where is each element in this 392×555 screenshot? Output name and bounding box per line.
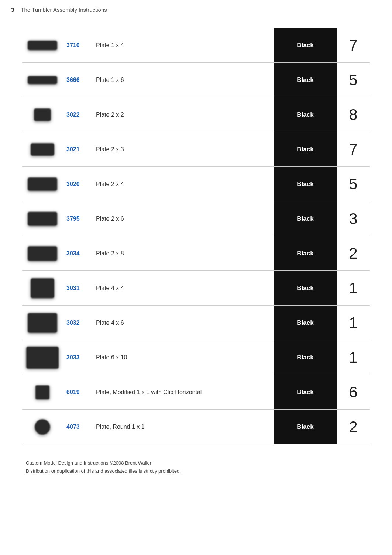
part-color: Black — [274, 167, 337, 201]
part-name: Plate 1 x 4 — [92, 28, 274, 63]
part-quantity: 7 — [337, 132, 370, 167]
part-name: Plate 1 x 6 — [92, 63, 274, 97]
part-color: Black — [274, 63, 337, 97]
part-quantity: 1 — [337, 340, 370, 375]
part-name: Plate 2 x 2 — [92, 97, 274, 132]
part-color: Black — [274, 306, 337, 340]
brick-shape — [35, 419, 50, 435]
brick-shape — [28, 212, 57, 226]
table-row: 6019 Plate, Modified 1 x 1 with Clip Hor… — [22, 375, 370, 410]
part-image-cell — [22, 97, 63, 132]
brick-image — [26, 207, 59, 231]
part-id: 3795 — [63, 201, 92, 236]
part-quantity: 8 — [337, 97, 370, 132]
part-color: Black — [274, 201, 337, 236]
page-title: The Tumbler Assembly Instructions — [21, 7, 107, 13]
part-image-cell — [22, 132, 63, 167]
table-row: 3710 Plate 1 x 4 Black 7 — [22, 28, 370, 63]
part-id: 3033 — [63, 340, 92, 375]
part-name: Plate 2 x 3 — [92, 132, 274, 167]
part-image-cell — [22, 167, 63, 201]
part-image-cell — [22, 306, 63, 340]
part-image-cell — [22, 375, 63, 410]
part-name: Plate 2 x 6 — [92, 201, 274, 236]
brick-shape — [28, 177, 57, 191]
page-number: 3 — [11, 7, 14, 13]
part-id: 3710 — [63, 28, 92, 63]
part-id: 4073 — [63, 410, 92, 444]
brick-image — [26, 172, 59, 196]
part-color: Black — [274, 132, 337, 167]
page-header: 3 The Tumbler Assembly Instructions — [0, 0, 392, 17]
part-image-cell — [22, 236, 63, 271]
table-row: 3034 Plate 2 x 8 Black 2 — [22, 236, 370, 271]
part-color: Black — [274, 375, 337, 410]
main-content: 3710 Plate 1 x 4 Black 7 3666 Plate 1 x … — [0, 17, 392, 490]
brick-image — [26, 68, 59, 92]
table-row: 3021 Plate 2 x 3 Black 7 — [22, 132, 370, 167]
part-id: 3032 — [63, 306, 92, 340]
part-id: 3022 — [63, 97, 92, 132]
part-image-cell — [22, 28, 63, 63]
part-id: 3666 — [63, 63, 92, 97]
brick-shape — [26, 347, 59, 369]
brick-image — [26, 276, 59, 300]
part-color: Black — [274, 271, 337, 306]
table-row: 3020 Plate 2 x 4 Black 5 — [22, 167, 370, 201]
brick-shape — [31, 143, 54, 156]
part-quantity: 6 — [337, 375, 370, 410]
part-name: Plate, Round 1 x 1 — [92, 410, 274, 444]
part-id: 6019 — [63, 375, 92, 410]
part-quantity: 1 — [337, 306, 370, 340]
part-image-cell — [22, 63, 63, 97]
part-id: 3021 — [63, 132, 92, 167]
footer-line2: Distribution or duplication of this and … — [26, 467, 366, 475]
part-id: 3020 — [63, 167, 92, 201]
part-name: Plate 4 x 6 — [92, 306, 274, 340]
part-name: Plate, Modified 1 x 1 with Clip Horizont… — [92, 375, 274, 410]
part-id: 3031 — [63, 271, 92, 306]
part-name: Plate 2 x 4 — [92, 167, 274, 201]
part-color: Black — [274, 97, 337, 132]
part-quantity: 1 — [337, 271, 370, 306]
table-row: 3033 Plate 6 x 10 Black 1 — [22, 340, 370, 375]
part-quantity: 2 — [337, 410, 370, 444]
part-quantity: 5 — [337, 167, 370, 201]
table-row: 3795 Plate 2 x 6 Black 3 — [22, 201, 370, 236]
part-image-cell — [22, 410, 63, 444]
brick-shape — [34, 108, 51, 121]
brick-shape — [28, 41, 57, 50]
brick-shape — [28, 246, 57, 261]
part-color: Black — [274, 28, 337, 63]
table-row: 3031 Plate 4 x 4 Black 1 — [22, 271, 370, 306]
part-image-cell — [22, 201, 63, 236]
part-color: Black — [274, 236, 337, 271]
part-name: Plate 6 x 10 — [92, 340, 274, 375]
part-image-cell — [22, 271, 63, 306]
parts-table: 3710 Plate 1 x 4 Black 7 3666 Plate 1 x … — [22, 28, 370, 444]
footer: Custom Model Design and Instructions ©20… — [22, 459, 370, 475]
table-row: 3022 Plate 2 x 2 Black 8 — [22, 97, 370, 132]
part-name: Plate 2 x 8 — [92, 236, 274, 271]
brick-image — [26, 345, 59, 369]
part-color: Black — [274, 410, 337, 444]
part-quantity: 2 — [337, 236, 370, 271]
footer-line1: Custom Model Design and Instructions ©20… — [26, 459, 366, 467]
table-row: 4073 Plate, Round 1 x 1 Black 2 — [22, 410, 370, 444]
part-color: Black — [274, 340, 337, 375]
brick-image — [26, 33, 59, 57]
brick-image — [26, 415, 59, 439]
part-image-cell — [22, 340, 63, 375]
brick-shape — [28, 313, 57, 333]
brick-image — [26, 241, 59, 265]
part-id: 3034 — [63, 236, 92, 271]
brick-image — [26, 137, 59, 161]
table-row: 3666 Plate 1 x 6 Black 5 — [22, 63, 370, 97]
brick-shape — [28, 76, 57, 84]
part-quantity: 3 — [337, 201, 370, 236]
table-row: 3032 Plate 4 x 6 Black 1 — [22, 306, 370, 340]
brick-image — [26, 103, 59, 127]
part-name: Plate 4 x 4 — [92, 271, 274, 306]
part-quantity: 7 — [337, 28, 370, 63]
brick-shape — [35, 385, 49, 399]
